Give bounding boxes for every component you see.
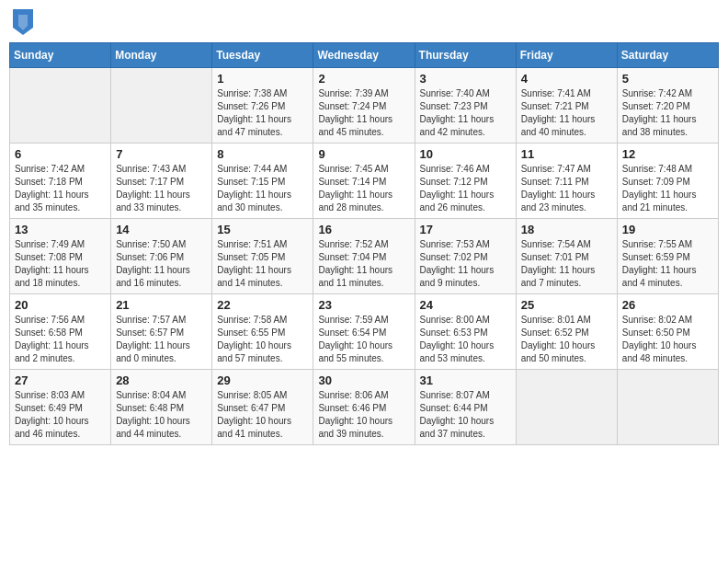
calendar-cell: 4Sunrise: 7:41 AMSunset: 7:21 PMDaylight… bbox=[516, 68, 617, 144]
day-number: 3 bbox=[420, 72, 511, 86]
calendar-cell: 10Sunrise: 7:46 AMSunset: 7:12 PMDayligh… bbox=[415, 144, 516, 219]
calendar-cell: 15Sunrise: 7:51 AMSunset: 7:05 PMDayligh… bbox=[212, 219, 313, 294]
calendar-cell: 24Sunrise: 8:00 AMSunset: 6:53 PMDayligh… bbox=[415, 294, 516, 370]
calendar-cell: 17Sunrise: 7:53 AMSunset: 7:02 PMDayligh… bbox=[415, 219, 516, 294]
day-info: Sunrise: 7:38 AMSunset: 7:26 PMDaylight:… bbox=[217, 87, 308, 139]
day-number: 25 bbox=[521, 298, 612, 312]
day-number: 18 bbox=[521, 223, 612, 236]
day-info: Sunrise: 7:44 AMSunset: 7:15 PMDaylight:… bbox=[217, 163, 308, 214]
day-number: 2 bbox=[318, 72, 409, 86]
day-number: 22 bbox=[217, 298, 308, 312]
calendar-cell: 12Sunrise: 7:48 AMSunset: 7:09 PMDayligh… bbox=[617, 144, 718, 219]
day-info: Sunrise: 7:59 AMSunset: 6:54 PMDaylight:… bbox=[318, 314, 409, 365]
day-info: Sunrise: 7:56 AMSunset: 6:58 PMDaylight:… bbox=[15, 314, 106, 365]
header-day: Saturday bbox=[617, 43, 718, 68]
day-number: 6 bbox=[15, 147, 106, 161]
day-info: Sunrise: 8:03 AMSunset: 6:49 PMDaylight:… bbox=[15, 389, 106, 441]
day-number: 14 bbox=[116, 223, 207, 236]
day-number: 11 bbox=[521, 147, 612, 161]
day-info: Sunrise: 7:47 AMSunset: 7:11 PMDaylight:… bbox=[521, 163, 612, 214]
logo bbox=[13, 9, 37, 35]
header-day: Thursday bbox=[415, 43, 516, 68]
day-number: 26 bbox=[622, 298, 713, 312]
day-number: 5 bbox=[622, 72, 713, 86]
day-number: 8 bbox=[217, 147, 308, 161]
day-number: 29 bbox=[217, 373, 308, 387]
day-info: Sunrise: 7:55 AMSunset: 6:59 PMDaylight:… bbox=[622, 238, 713, 290]
calendar-cell: 22Sunrise: 7:58 AMSunset: 6:55 PMDayligh… bbox=[212, 294, 313, 370]
calendar-cell: 1Sunrise: 7:38 AMSunset: 7:26 PMDaylight… bbox=[212, 68, 313, 144]
calendar-week-row: 6Sunrise: 7:42 AMSunset: 7:18 PMDaylight… bbox=[10, 144, 719, 219]
calendar-cell: 18Sunrise: 7:54 AMSunset: 7:01 PMDayligh… bbox=[516, 219, 617, 294]
header-day: Tuesday bbox=[212, 43, 313, 68]
day-number: 24 bbox=[420, 298, 511, 312]
day-info: Sunrise: 7:49 AMSunset: 7:08 PMDaylight:… bbox=[15, 238, 106, 290]
day-number: 10 bbox=[420, 147, 511, 161]
calendar-week-row: 20Sunrise: 7:56 AMSunset: 6:58 PMDayligh… bbox=[10, 294, 719, 370]
calendar-cell: 14Sunrise: 7:50 AMSunset: 7:06 PMDayligh… bbox=[111, 219, 212, 294]
header-day: Sunday bbox=[10, 43, 111, 68]
calendar-week-row: 1Sunrise: 7:38 AMSunset: 7:26 PMDaylight… bbox=[10, 68, 719, 144]
calendar-cell: 11Sunrise: 7:47 AMSunset: 7:11 PMDayligh… bbox=[516, 144, 617, 219]
day-info: Sunrise: 8:00 AMSunset: 6:53 PMDaylight:… bbox=[420, 314, 511, 365]
calendar-cell: 23Sunrise: 7:59 AMSunset: 6:54 PMDayligh… bbox=[313, 294, 415, 370]
day-info: Sunrise: 8:01 AMSunset: 6:52 PMDaylight:… bbox=[521, 314, 612, 365]
calendar-cell bbox=[111, 68, 212, 144]
day-info: Sunrise: 7:45 AMSunset: 7:14 PMDaylight:… bbox=[318, 163, 409, 214]
calendar-cell: 26Sunrise: 8:02 AMSunset: 6:50 PMDayligh… bbox=[617, 294, 718, 370]
calendar-cell: 16Sunrise: 7:52 AMSunset: 7:04 PMDayligh… bbox=[313, 219, 415, 294]
calendar-cell: 28Sunrise: 8:04 AMSunset: 6:48 PMDayligh… bbox=[111, 370, 212, 445]
header-day: Friday bbox=[516, 43, 617, 68]
day-number: 4 bbox=[521, 72, 612, 86]
calendar-cell: 25Sunrise: 8:01 AMSunset: 6:52 PMDayligh… bbox=[516, 294, 617, 370]
day-info: Sunrise: 7:42 AMSunset: 7:18 PMDaylight:… bbox=[15, 163, 106, 214]
calendar-cell: 5Sunrise: 7:42 AMSunset: 7:20 PMDaylight… bbox=[617, 68, 718, 144]
day-number: 23 bbox=[318, 298, 409, 312]
calendar-cell: 19Sunrise: 7:55 AMSunset: 6:59 PMDayligh… bbox=[617, 219, 718, 294]
calendar-table: SundayMondayTuesdayWednesdayThursdayFrid… bbox=[9, 42, 719, 445]
day-info: Sunrise: 8:06 AMSunset: 6:46 PMDaylight:… bbox=[318, 389, 409, 441]
calendar-cell: 30Sunrise: 8:06 AMSunset: 6:46 PMDayligh… bbox=[313, 370, 415, 445]
day-info: Sunrise: 7:53 AMSunset: 7:02 PMDaylight:… bbox=[420, 238, 511, 290]
calendar-week-row: 13Sunrise: 7:49 AMSunset: 7:08 PMDayligh… bbox=[10, 219, 719, 294]
day-info: Sunrise: 7:52 AMSunset: 7:04 PMDaylight:… bbox=[318, 238, 409, 290]
day-number: 1 bbox=[217, 72, 308, 86]
day-info: Sunrise: 7:39 AMSunset: 7:24 PMDaylight:… bbox=[318, 87, 409, 139]
calendar-cell: 6Sunrise: 7:42 AMSunset: 7:18 PMDaylight… bbox=[10, 144, 111, 219]
day-number: 17 bbox=[420, 223, 511, 236]
day-info: Sunrise: 7:46 AMSunset: 7:12 PMDaylight:… bbox=[420, 163, 511, 214]
calendar-cell: 8Sunrise: 7:44 AMSunset: 7:15 PMDaylight… bbox=[212, 144, 313, 219]
day-info: Sunrise: 7:51 AMSunset: 7:05 PMDaylight:… bbox=[217, 238, 308, 290]
day-info: Sunrise: 7:48 AMSunset: 7:09 PMDaylight:… bbox=[622, 163, 713, 214]
day-number: 30 bbox=[318, 373, 409, 387]
calendar-week-row: 27Sunrise: 8:03 AMSunset: 6:49 PMDayligh… bbox=[10, 370, 719, 445]
header-day: Monday bbox=[111, 43, 212, 68]
calendar-cell: 20Sunrise: 7:56 AMSunset: 6:58 PMDayligh… bbox=[10, 294, 111, 370]
day-info: Sunrise: 8:02 AMSunset: 6:50 PMDaylight:… bbox=[622, 314, 713, 365]
day-info: Sunrise: 7:42 AMSunset: 7:20 PMDaylight:… bbox=[622, 87, 713, 139]
day-info: Sunrise: 7:50 AMSunset: 7:06 PMDaylight:… bbox=[116, 238, 207, 290]
day-number: 12 bbox=[622, 147, 713, 161]
day-number: 31 bbox=[420, 373, 511, 387]
day-number: 15 bbox=[217, 223, 308, 236]
day-number: 13 bbox=[15, 223, 106, 236]
calendar-cell: 13Sunrise: 7:49 AMSunset: 7:08 PMDayligh… bbox=[10, 219, 111, 294]
day-info: Sunrise: 8:05 AMSunset: 6:47 PMDaylight:… bbox=[217, 389, 308, 441]
calendar-cell: 29Sunrise: 8:05 AMSunset: 6:47 PMDayligh… bbox=[212, 370, 313, 445]
calendar-cell bbox=[516, 370, 617, 445]
day-info: Sunrise: 7:40 AMSunset: 7:23 PMDaylight:… bbox=[420, 87, 511, 139]
calendar-cell: 27Sunrise: 8:03 AMSunset: 6:49 PMDayligh… bbox=[10, 370, 111, 445]
day-info: Sunrise: 7:43 AMSunset: 7:17 PMDaylight:… bbox=[116, 163, 207, 214]
day-info: Sunrise: 8:04 AMSunset: 6:48 PMDaylight:… bbox=[116, 389, 207, 441]
day-info: Sunrise: 7:54 AMSunset: 7:01 PMDaylight:… bbox=[521, 238, 612, 290]
day-number: 7 bbox=[116, 147, 207, 161]
logo-icon bbox=[13, 9, 33, 35]
day-info: Sunrise: 7:58 AMSunset: 6:55 PMDaylight:… bbox=[217, 314, 308, 365]
calendar-cell bbox=[617, 370, 718, 445]
day-info: Sunrise: 7:41 AMSunset: 7:21 PMDaylight:… bbox=[521, 87, 612, 139]
calendar-cell: 9Sunrise: 7:45 AMSunset: 7:14 PMDaylight… bbox=[313, 144, 415, 219]
calendar-cell: 3Sunrise: 7:40 AMSunset: 7:23 PMDaylight… bbox=[415, 68, 516, 144]
header-day: Wednesday bbox=[313, 43, 415, 68]
calendar-cell bbox=[10, 68, 111, 144]
day-number: 28 bbox=[116, 373, 207, 387]
